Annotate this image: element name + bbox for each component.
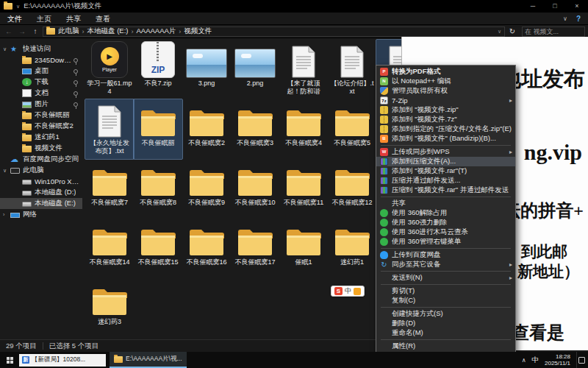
refresh-button[interactable]: ↻ [506, 25, 518, 38]
ime-indicator[interactable]: 中 [532, 355, 539, 365]
breadcrumb-item[interactable]: 此电脑 [58, 26, 79, 36]
sidebar-item[interactable]: 迷幻药1 [0, 132, 82, 143]
minimize-button[interactable]: ─ [522, 0, 544, 13]
quick-access-toolbar-chevron-icon[interactable]: ∨ [16, 4, 20, 10]
file-item[interactable]: 3.png [182, 40, 231, 99]
menu-item[interactable]: 使用 360管理右键菜单 [376, 237, 515, 247]
sidebar-item[interactable]: 2345Downloads [0, 54, 82, 66]
file-item[interactable]: ZIP不良7.zip [134, 40, 182, 99]
start-button[interactable] [0, 352, 19, 368]
file-item[interactable]: 不良催眠窝9 [182, 159, 231, 219]
expand-chevron-icon[interactable]: › [3, 212, 10, 217]
menu-item[interactable]: 使用 360进行木马云查杀 [376, 227, 515, 237]
menu-item[interactable]: B添加到 "视频文件" (Bandizip)(B)... [376, 134, 515, 144]
file-item[interactable]: 不良催眠窝10 [231, 159, 279, 219]
menu-item[interactable]: 7z7-Zip▸ [376, 96, 515, 105]
search-box[interactable] [522, 26, 585, 37]
maximize-button[interactable]: □ [544, 0, 566, 13]
file-item[interactable]: 不良催眠窝11 [279, 159, 328, 219]
sidebar-item[interactable]: 不良催眠窝2 [0, 121, 82, 132]
menu-item[interactable]: 重命名(M) [376, 328, 515, 338]
menu-item[interactable]: ↻同步至其它设备▸ [376, 260, 515, 269]
file-item[interactable]: 不良催眠窝2 [182, 99, 231, 159]
menu-item[interactable]: 删除(D) [376, 319, 515, 328]
file-item[interactable]: 不良催眠窝17 [231, 219, 279, 278]
taskbar-app-explorer[interactable]: E:\AAAAAAA片\视... [110, 352, 187, 368]
menu-item[interactable]: 添加到 "视频文件.7z" [376, 115, 515, 124]
menu-item[interactable]: 压缩到 "视频文件.rar" 并通过邮件发送 [376, 185, 515, 195]
sidebar-item[interactable]: ∨此电脑 [0, 165, 82, 176]
file-item[interactable]: 不良催眠窝16 [182, 219, 231, 278]
menu-item[interactable]: P转换为PDF格式 [376, 67, 515, 77]
ime-menu-icon[interactable] [354, 288, 361, 295]
address-field[interactable]: 此电脑›本地磁盘 (E:)›AAAAAAA片›视频文件 ∨ [43, 26, 505, 37]
file-item[interactable]: 不良催眠窝15 [134, 219, 182, 278]
sidebar-item[interactable]: 桌面 [0, 66, 82, 77]
file-item[interactable]: ▶Player学习一般61.mp4 [85, 40, 134, 99]
file-item[interactable]: 【论坛介绍】.txt [328, 40, 376, 99]
tray-expand-icon[interactable]: ∧ [522, 357, 526, 364]
menu-item[interactable]: 属性(R) [376, 342, 515, 351]
file-item[interactable]: 不良催眠窝5 [328, 99, 376, 159]
menu-item[interactable]: 使用 360强力删除 [376, 218, 515, 227]
tab-view[interactable]: 查看 [88, 13, 118, 25]
menu-item[interactable]: 压缩并通过邮件发送... [376, 176, 515, 185]
menu-item[interactable]: 上传到百度网盘 [376, 250, 515, 260]
sidebar-item[interactable]: ∨快速访问 [0, 43, 82, 54]
menu-item[interactable]: 复制(C) [376, 296, 515, 305]
file-item[interactable]: 不良催眠窝3 [231, 99, 279, 159]
file-item[interactable]: 不良催眠窝7 [85, 159, 134, 219]
sidebar-item[interactable]: ›网络 [0, 209, 82, 220]
up-button[interactable]: ↑ [29, 25, 41, 38]
forward-button[interactable]: → [16, 25, 28, 38]
sidebar-item[interactable]: 下载 [0, 77, 82, 88]
ime-toolbar[interactable]: S 中 [331, 286, 365, 297]
action-center-button[interactable] [576, 352, 586, 368]
breadcrumb-item[interactable]: 本地磁盘 (E:) [87, 26, 129, 36]
search-input[interactable] [525, 28, 582, 35]
menu-item[interactable]: 添加到指定的 "压缩文件/文件名.zip"(E) [376, 124, 515, 134]
file-item[interactable]: 不良催眠窝12 [328, 159, 376, 219]
menu-item[interactable]: 共享 [376, 199, 515, 208]
file-item[interactable]: 迷幻药3 [85, 278, 134, 338]
sidebar-item[interactable]: 不良催眠丽 [0, 110, 82, 121]
menu-item[interactable]: 添加到 "视频文件.rar"(T) [376, 166, 515, 176]
breadcrumb-item[interactable]: 视频文件 [184, 26, 212, 36]
file-item[interactable]: 不良催眠窝4 [279, 99, 328, 159]
expand-chevron-icon[interactable]: ∨ [3, 168, 10, 174]
menu-item[interactable]: 使用 360解除占用 [376, 208, 515, 218]
sidebar-item[interactable]: 文档 [0, 88, 82, 99]
menu-item[interactable]: W上传或同步到WPS▸ [376, 147, 515, 157]
tab-home[interactable]: 主页 [29, 13, 59, 25]
clock[interactable]: 18:28 2025/11/1 [545, 353, 570, 367]
file-item[interactable]: 【来了就顶起！防和谐图！抹布图集！】.txt [279, 40, 328, 99]
sidebar-item[interactable]: 图片 [0, 99, 82, 110]
file-item[interactable]: 迷幻药1 [328, 219, 376, 278]
menu-item[interactable]: 发送到(N)▸ [376, 273, 515, 283]
back-button[interactable]: ← [3, 25, 15, 38]
menu-item[interactable]: N以 Notepad++ 编辑 [376, 77, 515, 86]
file-item[interactable]: 【永久地址发布页】.txt [85, 99, 134, 159]
menu-item[interactable]: 剪切(T) [376, 286, 515, 296]
close-button[interactable]: × [566, 0, 588, 13]
expand-chevron-icon[interactable]: ∨ [3, 46, 10, 52]
sidebar-item[interactable]: 本地磁盘 (E:) [0, 198, 82, 209]
breadcrumb-item[interactable]: AAAAAAA片 [136, 26, 176, 36]
menu-item[interactable]: 添加到 "视频文件.zip" [376, 105, 515, 115]
file-item[interactable]: 不良催眠窝14 [85, 219, 134, 278]
file-item[interactable]: 不良催眠窝8 [134, 159, 182, 219]
ribbon-expand-icon[interactable]: ∨ [563, 15, 567, 22]
sidebar-item[interactable]: 本地磁盘 (D:) [0, 187, 82, 198]
menu-item[interactable]: 管理员取得所有权 [376, 86, 515, 96]
file-item[interactable]: 2.png [231, 40, 279, 99]
menu-item[interactable]: 创建快捷方式(S) [376, 309, 515, 319]
address-dropdown-icon[interactable]: ∨ [498, 29, 501, 35]
sidebar-item[interactable]: Win10Pro X64 (C:) [0, 176, 82, 187]
tab-file[interactable]: 文件 [0, 13, 29, 25]
taskbar-search[interactable]: 新 【新疆局】10208... [19, 354, 106, 367]
tab-share[interactable]: 共享 [59, 13, 88, 25]
menu-item[interactable]: 添加到压缩文件(A)... [376, 157, 515, 166]
file-item[interactable]: 催眠1 [279, 219, 328, 278]
sidebar-item[interactable]: 百度网盘同步空间 [0, 154, 82, 165]
sidebar-item[interactable]: 视频文件 [0, 143, 82, 154]
